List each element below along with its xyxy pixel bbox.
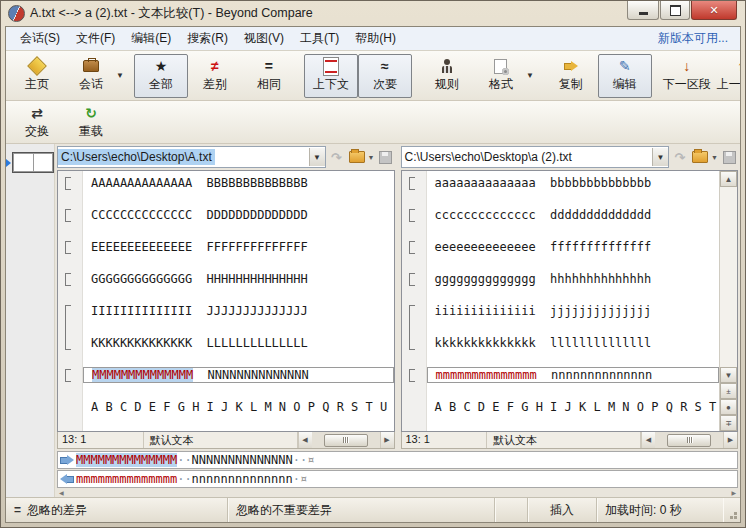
menu-item-tools[interactable]: 工具(T) — [292, 27, 347, 50]
menu-item-search[interactable]: 搜索(R) — [179, 27, 236, 50]
copy-to-right-icon[interactable] — [60, 455, 74, 465]
section-bracket-icon — [65, 273, 71, 286]
left-syntax-format[interactable]: 默认文本 — [144, 432, 298, 448]
context-button[interactable]: 上下文 — [304, 54, 358, 98]
selected-difference-text: MMMMMMMMMMMMMM — [92, 368, 193, 382]
right-reload-file-button: ↷ — [671, 147, 689, 167]
format-gear-icon — [494, 59, 507, 74]
editor-line — [427, 223, 720, 239]
scroll-right-icon[interactable]: ▶ — [380, 432, 394, 448]
previous-section-button[interactable]: ↑ 上一部分 — [714, 54, 741, 98]
ignored-differences-cell: = 忽略的差异 — [6, 498, 228, 522]
menu-item-help[interactable]: 帮助(H) — [347, 27, 404, 50]
overview-thumbnail[interactable] — [12, 152, 54, 173]
show-all-button[interactable]: ★ 全部 — [134, 54, 188, 98]
resize-grip[interactable] — [723, 498, 740, 522]
sessions-dropdown-icon[interactable]: ▼ — [116, 71, 124, 80]
left-horizontal-scrollbar[interactable]: ◀ ▶ — [298, 432, 394, 448]
editor-line — [427, 351, 720, 367]
editor-line: GGGGGGGGGGGGGG HHHHHHHHHHHHHH — [83, 271, 394, 287]
right-path-dropdown-icon[interactable]: ▼ — [652, 148, 668, 166]
scroll-left-icon[interactable]: ◀ — [59, 489, 64, 497]
close-button[interactable]: ✕ — [691, 1, 737, 20]
scroll-down-icon[interactable]: ▼ — [720, 367, 737, 383]
home-button[interactable]: 主页 — [10, 54, 64, 98]
pencil-icon: ✎ — [619, 58, 631, 74]
editor-line — [427, 255, 720, 271]
menu-item-view[interactable]: 视图(V) — [236, 27, 292, 50]
left-cursor-position: 13: 1 — [58, 432, 144, 448]
left-browse-dropdown-icon[interactable]: ▼ — [368, 154, 375, 161]
right-editor-text[interactable]: aaaaaaaaaaaaaa bbbbbbbbbbbbbb cccccccccc… — [427, 171, 720, 431]
menu-item-edit[interactable]: 编辑(E) — [123, 27, 179, 50]
format-button[interactable]: 格式 — [474, 54, 528, 98]
menu-item-session[interactable]: 会话(S) — [12, 27, 68, 50]
difference-text: mmmmmmmmmmmmmm — [76, 472, 177, 486]
scrollbar-thumb[interactable] — [324, 434, 368, 447]
editor-line — [83, 287, 394, 303]
maximize-button[interactable] — [660, 1, 690, 20]
expand-context-icon[interactable]: ± — [720, 383, 737, 399]
menu-item-file[interactable]: 文件(F) — [68, 27, 123, 50]
scroll-right-icon[interactable]: ▶ — [731, 489, 736, 497]
scroll-up-icon[interactable]: ▲ — [720, 171, 737, 187]
vertical-scrollbar[interactable]: ▲ ▼ ± ● ∓ — [719, 171, 737, 431]
right-browse-dropdown-icon[interactable]: ▼ — [711, 154, 718, 161]
context-lines-icon — [323, 57, 339, 76]
left-line-detail[interactable]: MMMMMMMMMMMMMM··NNNNNNNNNNNNNN··¤ — [57, 451, 738, 469]
new-version-link[interactable]: 新版本可用... — [658, 30, 734, 47]
status-spacer — [495, 498, 528, 522]
secondary-toolbar: ⇄ 交换 ↻ 重载 — [6, 101, 740, 144]
curved-arrow-icon: ↷ — [331, 150, 342, 165]
minor-button[interactable]: ≈ 次要 — [358, 54, 412, 98]
copy-to-left-icon[interactable] — [60, 474, 74, 484]
rules-button[interactable]: 规则 — [420, 54, 474, 98]
section-bracket-icon — [65, 241, 71, 254]
scroll-right-icon[interactable]: ▶ — [723, 432, 737, 448]
copy-button[interactable]: 复制 — [544, 54, 598, 98]
editor-line: cccccccccccccc dddddddddddddd — [427, 207, 720, 223]
show-same-button[interactable]: = 相同 — [242, 54, 296, 98]
reload-button[interactable]: ↻ 重载 — [64, 100, 118, 144]
overview-strip — [6, 144, 55, 497]
left-browse-button[interactable] — [348, 147, 366, 167]
scroll-left-icon[interactable]: ◀ — [298, 432, 312, 448]
swap-button[interactable]: ⇄ 交换 — [10, 100, 64, 144]
app-window: A.txt <--> a (2).txt - 文本比较(T) - Beyond … — [0, 0, 746, 528]
show-differences-button[interactable]: ≠ 差别 — [188, 54, 242, 98]
center-current-icon[interactable]: ● — [720, 399, 737, 415]
right-browse-button[interactable] — [691, 147, 709, 167]
left-path-combo[interactable]: C:\Users\echo\Desktop\A.txt ▼ — [57, 146, 326, 168]
minimize-button[interactable] — [627, 1, 659, 20]
right-current-line[interactable]: mmmmmmmmmmmmmm nnnnnnnnnnnnnn — [427, 367, 720, 383]
editor-line — [427, 383, 720, 399]
scrollbar-thumb[interactable] — [667, 434, 711, 447]
title-bar[interactable]: A.txt <--> a (2).txt - 文本比较(T) - Beyond … — [1, 1, 745, 26]
star-icon: ★ — [155, 58, 168, 74]
detail-horizontal-scrollbar[interactable]: ◀ ▶ — [57, 489, 738, 497]
collapse-context-icon[interactable]: ∓ — [720, 415, 737, 431]
next-section-button[interactable]: ↓ 下一区段 — [660, 54, 714, 98]
not-equal-icon: ≠ — [211, 58, 219, 74]
left-current-line[interactable]: MMMMMMMMMMMMMM NNNNNNNNNNNNNN — [83, 367, 394, 383]
left-path-dropdown-icon[interactable]: ▼ — [309, 148, 325, 166]
right-editor-pane[interactable]: aaaaaaaaaaaaaa bbbbbbbbbbbbbb cccccccccc… — [401, 170, 739, 432]
editor-line: EEEEEEEEEEEEEE FFFFFFFFFFFFFF — [83, 239, 394, 255]
right-path-combo[interactable]: C:\Users\echo\Desktop\a (2).txt ▼ — [401, 146, 670, 168]
format-dropdown-icon[interactable]: ▼ — [526, 71, 534, 80]
scroll-left-icon[interactable]: ◀ — [641, 432, 655, 448]
sessions-button[interactable]: 会话 — [64, 54, 118, 98]
editor-line — [83, 319, 394, 335]
section-bracket-icon — [409, 369, 415, 382]
section-bracket-icon — [65, 369, 71, 382]
left-editor-pane[interactable]: AAAAAAAAAAAAAA BBBBBBBBBBBBBB CCCCCCCCCC… — [57, 170, 395, 432]
right-syntax-format[interactable]: 默认文本 — [487, 432, 641, 448]
left-path-value: C:\Users\echo\Desktop\A.txt — [58, 149, 215, 165]
left-reload-file-button: ↷ — [328, 147, 346, 167]
edit-button[interactable]: ✎ 编辑 — [598, 54, 652, 98]
right-line-detail[interactable]: mmmmmmmmmmmmmm··nnnnnnnnnnnnnn·¤ — [57, 470, 738, 488]
swap-icon: ⇄ — [31, 105, 43, 121]
right-horizontal-scrollbar[interactable]: ◀ ▶ — [641, 432, 737, 448]
editor-line — [427, 287, 720, 303]
left-editor-text[interactable]: AAAAAAAAAAAAAA BBBBBBBBBBBBBB CCCCCCCCCC… — [83, 171, 394, 431]
